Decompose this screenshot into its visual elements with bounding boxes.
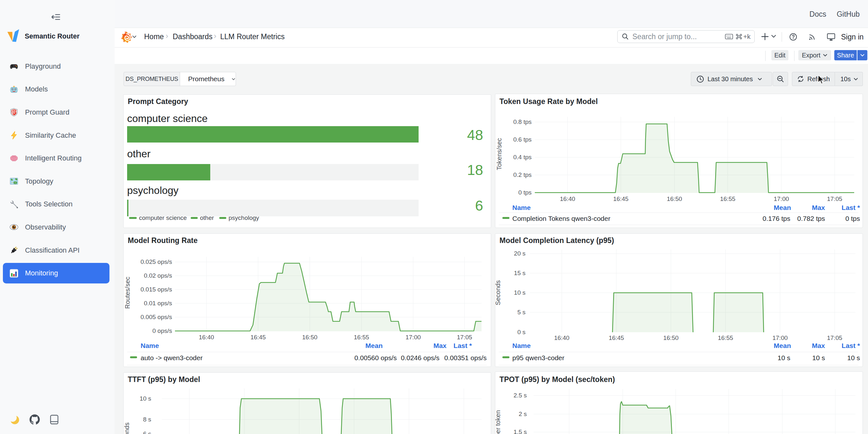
svg-text:Tokens/sec: Tokens/sec xyxy=(496,138,503,170)
svg-text:Routes/sec: Routes/sec xyxy=(124,277,131,309)
svg-text:Seconds per token: Seconds per token xyxy=(495,410,501,434)
svg-text:Seconds: Seconds xyxy=(495,280,501,305)
